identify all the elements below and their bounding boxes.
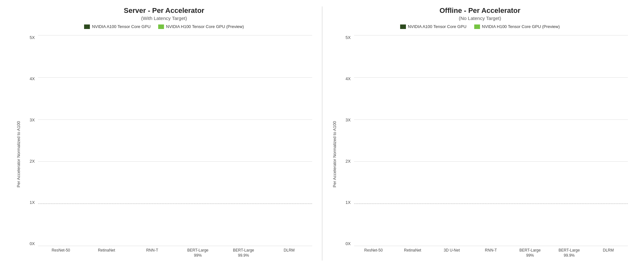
chart-title-server: Server - Per Accelerator bbox=[124, 6, 204, 15]
chart-title-offline: Offline - Per Accelerator bbox=[439, 6, 520, 15]
y-axis-label: 4X bbox=[30, 76, 35, 81]
x-axis-label: 3D U-Net bbox=[432, 246, 472, 261]
charts-container: Server - Per Accelerator(With Latency Ta… bbox=[0, 0, 644, 267]
legend-label-h100: NVIDIA H100 Tensor Core GPU (Preview) bbox=[166, 24, 244, 29]
y-axis-label: 3X bbox=[30, 118, 35, 122]
x-axis-label: BERT-Large99% bbox=[175, 246, 221, 261]
x-labels-offline: ResNet-50RetinaNet3D U-NetRNN-TBERT-Larg… bbox=[354, 246, 628, 261]
legend-label-a100: NVIDIA A100 Tensor Core GPU bbox=[408, 24, 466, 29]
chart-subtitle-server: (With Latency Target) bbox=[141, 15, 187, 21]
x-axis-label: RNN-T bbox=[471, 246, 511, 261]
y-axis-label: 1X bbox=[30, 200, 35, 205]
chart-legend-offline: NVIDIA A100 Tensor Core GPUNVIDIA H100 T… bbox=[400, 24, 560, 29]
x-axis-label: ResNet-50 bbox=[38, 246, 84, 261]
x-axis-label: RetinaNet bbox=[84, 246, 130, 261]
legend-swatch-h100 bbox=[158, 24, 164, 29]
legend-item-a100: NVIDIA A100 Tensor Core GPU bbox=[84, 24, 150, 29]
y-axis-label: 5X bbox=[30, 35, 35, 40]
legend-item-h100: NVIDIA H100 Tensor Core GPU (Preview) bbox=[474, 24, 560, 29]
y-axis-server: 0X1X2X3X4X5X bbox=[23, 33, 38, 261]
x-axis-label: DLRM bbox=[589, 246, 628, 261]
bars-row-offline: ResNet-50RetinaNet3D U-NetRNN-TBERT-Larg… bbox=[354, 33, 628, 261]
chart-legend-server: NVIDIA A100 Tensor Core GPUNVIDIA H100 T… bbox=[84, 24, 244, 29]
x-axis-label: BERT-Large99.9% bbox=[221, 246, 266, 261]
y-axis-label: 2X bbox=[346, 159, 351, 164]
y-axis-label: 0X bbox=[30, 241, 35, 246]
y-axis-label: 0X bbox=[346, 241, 351, 246]
legend-item-a100: NVIDIA A100 Tensor Core GPU bbox=[400, 24, 466, 29]
y-axis-title-server: Per Accelerator Normalized to A100 bbox=[16, 33, 23, 261]
chart-area-server: Per Accelerator Normalized to A1000X1X2X… bbox=[16, 33, 312, 261]
y-axis-label: 4X bbox=[346, 76, 351, 81]
chart-section-server: Server - Per Accelerator(With Latency Ta… bbox=[6, 3, 322, 264]
x-axis-label: BERT-Large99.9% bbox=[550, 246, 589, 261]
legend-label-h100: NVIDIA H100 Tensor Core GPU (Preview) bbox=[482, 24, 560, 29]
chart-section-offline: Offline - Per Accelerator(No Latency Tar… bbox=[322, 3, 638, 264]
y-axis-label: 5X bbox=[346, 35, 351, 40]
plot-area-offline: ResNet-50RetinaNet3D U-NetRNN-TBERT-Larg… bbox=[354, 33, 628, 261]
y-axis-offline: 0X1X2X3X4X5X bbox=[339, 33, 354, 261]
x-axis-label: RNN-T bbox=[130, 246, 175, 261]
x-axis-label: RetinaNet bbox=[393, 246, 432, 261]
x-axis-label: ResNet-50 bbox=[354, 246, 393, 261]
x-axis-label: BERT-Large99% bbox=[511, 246, 550, 261]
y-axis-label: 2X bbox=[30, 159, 35, 164]
legend-swatch-a100 bbox=[400, 24, 406, 29]
legend-item-h100: NVIDIA H100 Tensor Core GPU (Preview) bbox=[158, 24, 244, 29]
legend-label-a100: NVIDIA A100 Tensor Core GPU bbox=[92, 24, 150, 29]
chart-area-offline: Per Accelerator Normalized to A1000X1X2X… bbox=[332, 33, 628, 261]
plot-area-server: ResNet-50RetinaNetRNN-TBERT-Large99%BERT… bbox=[38, 33, 312, 261]
bars-row-server: ResNet-50RetinaNetRNN-TBERT-Large99%BERT… bbox=[38, 33, 312, 261]
legend-swatch-h100 bbox=[474, 24, 480, 29]
x-axis-label: DLRM bbox=[266, 246, 312, 261]
y-axis-label: 1X bbox=[346, 200, 351, 205]
y-axis-label: 3X bbox=[346, 118, 351, 122]
legend-swatch-a100 bbox=[84, 24, 90, 29]
y-axis-title-offline: Per Accelerator Normalized to A100 bbox=[332, 33, 339, 261]
x-labels-server: ResNet-50RetinaNetRNN-TBERT-Large99%BERT… bbox=[38, 246, 312, 261]
chart-subtitle-offline: (No Latency Target) bbox=[459, 15, 501, 21]
